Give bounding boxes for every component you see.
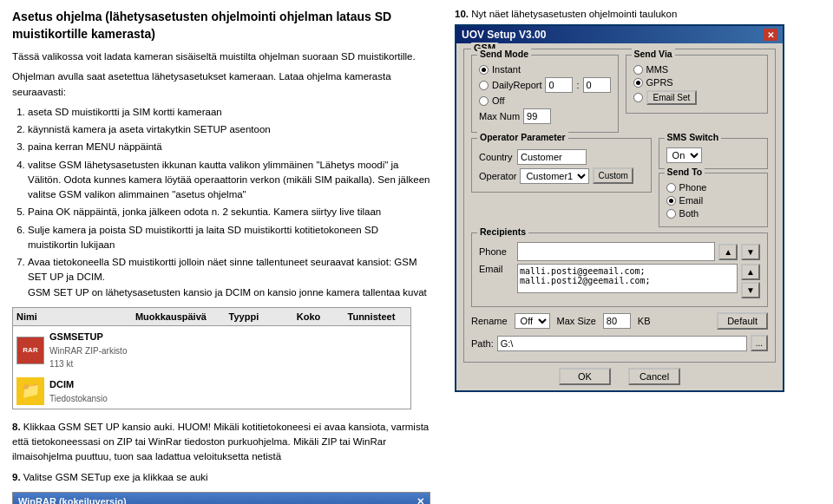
uov-gsm-group: GSM Send Mode Instant DailyRepor [463,49,776,363]
col-header-id: Tunnisteet [348,310,407,324]
send-mode-instant-label: Instant [492,64,521,75]
send-via-mms-row: MMS [633,64,760,75]
send-to-email-label: Email [679,195,704,206]
send-mode-legend: Send Mode [477,49,531,59]
rename-row: Rename Off Max Size KB Default [471,312,768,330]
send-via-gprs-label: GPRS [646,77,673,88]
max-num-row: Max Num [479,108,611,124]
send-to-legend: Send To [665,167,705,177]
table-row: 📁 DCIM Tiedostokansio [13,374,410,409]
file-table-header: Nimi Muokkauspäivä Tyyppi Koko Tunnistee… [13,308,410,327]
send-via-mms-radio[interactable] [633,65,643,75]
send-to-email-radio[interactable] [666,196,676,206]
sms-switch-legend: SMS Switch [665,132,722,142]
email-recipients-label: Email [479,264,514,274]
max-num-input[interactable] [523,108,551,124]
step-2: käynnistä kamera ja aseta virtakytkin SE… [28,122,430,137]
phone-scroll-up[interactable]: ▲ [718,244,738,260]
operator-param-group: Operator Parameter Country Operator Cust… [471,138,652,193]
path-input[interactable] [497,336,747,351]
time-colon: : [576,80,579,90]
send-to-both-radio[interactable] [666,209,676,219]
send-mode-off-label: Off [492,95,504,106]
send-mode-daily-label: DailyReport [492,80,541,90]
step-1: aseta SD muistikortti ja SIM kortti kame… [28,105,430,120]
send-mode-group: Send Mode Instant DailyReport : [471,55,619,133]
phone-recipients-label: Phone [479,246,514,257]
uov-close-button[interactable]: ✕ [764,29,777,41]
table-row: RAR GSMSETUP WinRAR ZIP-arkisto 113 kt [13,326,410,374]
file-name-gsmsetup: GSMSETUP [49,330,127,344]
uov-send-mode-row: Send Mode Instant DailyReport : [471,55,768,133]
email-scroll-down[interactable]: ▼ [741,282,760,298]
winrar-title: WinRAR (kokeiluversio) [18,494,127,504]
sms-switch-select[interactable]: On [666,147,702,163]
send-mode-daily-radio[interactable] [479,81,489,90]
step-5: Paina OK näppäintä, jonka jälkeen odota … [28,205,430,219]
send-to-phone-label: Phone [679,182,707,193]
send-to-email-row: Email [666,195,760,206]
send-via-gprs-radio[interactable] [633,78,643,88]
step-6: Sulje kamera ja poista SD muistikortti j… [28,223,430,253]
send-mode-instant-row: Instant [479,64,611,75]
winrar-titlebar: WinRAR (kokeiluversio) ✕ [13,493,430,504]
send-via-group: Send Via MMS GPRS [626,55,768,114]
step-4: valitse GSM lähetysasetusten ikkunan kau… [28,158,430,203]
intro-text-2: Ohjelman avulla saat asetettua lähetysas… [12,69,430,100]
intro-text-1: Tässä valikossa voit ladata kameran sisä… [12,49,430,64]
send-to-phone-row: Phone [666,182,760,193]
file-table: Nimi Muokkauspäivä Tyyppi Koko Tunnistee… [12,307,411,409]
recipients-legend: Recipients [477,226,528,237]
col-header-type: Tyyppi [229,310,297,324]
country-input[interactable] [517,149,587,165]
step-number: 10. [455,9,469,19]
steps-list: aseta SD muistikortti ja SIM kortti kame… [12,105,430,300]
file-subname-gsmsetup: WinRAR ZIP-arkisto [49,344,127,357]
daily-time-h[interactable] [545,77,573,93]
col-header-size: Koko [297,310,348,324]
send-via-legend: Send Via [632,49,675,59]
sms-switch-group: SMS Switch On [659,138,768,169]
default-button[interactable]: Default [717,312,768,330]
phone-recipients-input[interactable] [517,242,715,261]
email-set-button[interactable]: Email Set [646,90,698,105]
send-via-emailset-row: Email Set [633,90,760,105]
folder-icon: 📁 [16,377,44,405]
step-9: 9. Valitse GSM SETup exe ja klikkaa se a… [12,470,430,485]
phone-scroll-down[interactable]: ▼ [741,244,760,260]
right-intro: 10. Nyt näet lähetysasetusten ohjelmoint… [455,9,821,19]
step-7: Avaa tietokoneella SD muistikortti jollo… [28,255,430,300]
cancel-button[interactable]: Cancel [628,368,680,385]
max-size-input[interactable] [603,313,631,329]
send-mode-off-radio[interactable] [479,96,489,106]
winrar-close-icon[interactable]: ✕ [416,494,424,504]
max-num-label: Max Num [479,111,520,121]
ok-button[interactable]: OK [559,368,611,385]
operator-param-legend: Operator Parameter [477,132,568,142]
send-via-gprs-row: GPRS [633,77,760,88]
step-3: paina kerran MENU näppäintä [28,140,430,154]
page-title: Asetus ohjelma (lähetysasetusten ohjelmo… [12,9,430,43]
daily-time-m[interactable] [583,77,611,93]
send-via-emailset-radio[interactable] [633,93,643,102]
file-subname-dcim: Tiedostokansio [49,392,108,405]
path-row: Path: ... [471,335,768,351]
rename-select[interactable]: Off [515,313,550,329]
recipients-group: Recipients Phone ▲ ▼ Email ▲ [471,232,768,307]
phone-recipients-row: Phone ▲ ▼ [479,242,760,261]
rar-icon: RAR [16,337,44,364]
email-recipients-input[interactable] [517,264,738,293]
country-label: Country [479,152,514,162]
left-panel: Asetus ohjelma (lähetysasetusten ohjelmo… [0,0,443,504]
send-mode-instant-radio[interactable] [479,65,489,75]
browse-button[interactable]: ... [751,335,768,351]
email-scroll-up[interactable]: ▲ [741,264,760,280]
col-header-date: Muokkauspäivä [135,310,229,324]
send-to-phone-radio[interactable] [666,183,676,193]
send-via-mms-label: MMS [646,64,669,75]
custom-button[interactable]: Custom [593,167,633,184]
winrar-window: WinRAR (kokeiluversio) ✕ Tiedosto Komenn… [12,492,430,504]
file-name-dcim: DCIM [49,377,108,392]
operator-select[interactable]: Customer1 [520,168,589,184]
max-size-label: Max Size [557,316,596,326]
